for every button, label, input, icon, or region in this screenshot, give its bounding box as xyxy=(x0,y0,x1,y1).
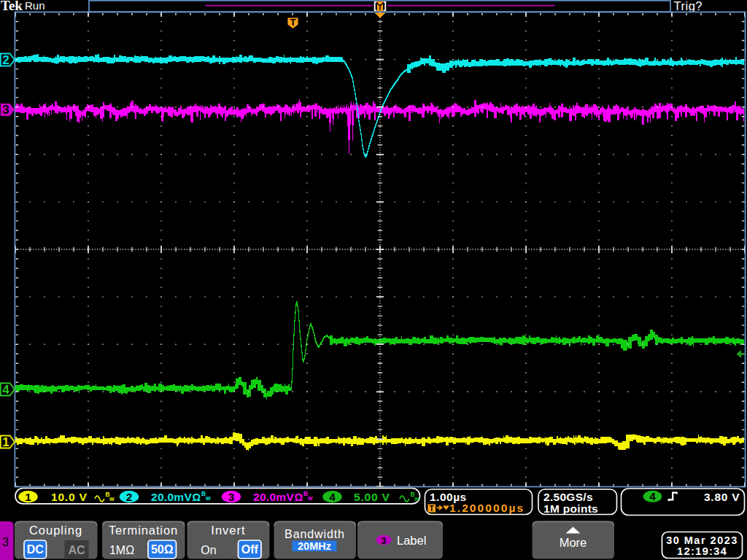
svg-text:W: W xyxy=(414,497,419,502)
svg-text:More: More xyxy=(560,536,587,549)
svg-text:Invert: Invert xyxy=(211,524,245,537)
svg-text:Coupling: Coupling xyxy=(29,524,82,537)
svg-text:Run: Run xyxy=(25,0,45,12)
svg-text:Bandwidth: Bandwidth xyxy=(285,528,345,540)
svg-text:2: 2 xyxy=(126,491,133,503)
svg-text:T: T xyxy=(290,17,296,28)
svg-text:W: W xyxy=(206,496,211,501)
svg-text:W: W xyxy=(109,497,115,502)
svg-text:3: 3 xyxy=(2,103,9,117)
svg-text:Ω: Ω xyxy=(193,491,201,503)
svg-text:DC: DC xyxy=(27,543,44,556)
svg-text:AC: AC xyxy=(68,544,85,556)
svg-text:12:19:34: 12:19:34 xyxy=(677,545,727,557)
svg-text:4: 4 xyxy=(2,383,9,397)
svg-text:20MHz: 20MHz xyxy=(298,540,331,552)
svg-text:Ω: Ω xyxy=(295,491,303,503)
svg-text:Trig?: Trig? xyxy=(674,0,703,12)
svg-text:3.80 V: 3.80 V xyxy=(704,491,740,503)
svg-text:30 Mar 2023: 30 Mar 2023 xyxy=(666,534,738,546)
svg-text:1MΩ: 1MΩ xyxy=(109,544,134,556)
svg-text:1: 1 xyxy=(2,435,9,449)
svg-text:2.50GS/s: 2.50GS/s xyxy=(543,491,593,503)
svg-text:4: 4 xyxy=(649,490,656,502)
svg-text:20.0mV: 20.0mV xyxy=(151,491,192,503)
svg-text:Termination: Termination xyxy=(109,524,178,537)
svg-text:T: T xyxy=(430,504,435,513)
svg-text:1.200000µs: 1.200000µs xyxy=(449,502,525,514)
svg-text:On: On xyxy=(201,544,216,556)
svg-text:Label: Label xyxy=(397,534,426,547)
svg-text:W: W xyxy=(308,496,313,501)
svg-text:T: T xyxy=(378,3,383,12)
svg-text:5.00 V: 5.00 V xyxy=(354,491,390,503)
svg-text:3: 3 xyxy=(228,491,235,503)
svg-text:20.0mV: 20.0mV xyxy=(253,491,294,503)
svg-text:Off: Off xyxy=(241,543,259,556)
svg-text:3: 3 xyxy=(2,536,9,548)
svg-text:50Ω: 50Ω xyxy=(151,543,174,556)
svg-text:2: 2 xyxy=(2,53,9,67)
svg-text:Tek: Tek xyxy=(1,0,23,13)
svg-text:1: 1 xyxy=(25,491,31,503)
svg-text:3: 3 xyxy=(382,536,387,546)
svg-text:4: 4 xyxy=(329,491,336,503)
svg-text:10.0 V: 10.0 V xyxy=(51,491,88,503)
svg-text:1M points: 1M points xyxy=(543,502,598,515)
